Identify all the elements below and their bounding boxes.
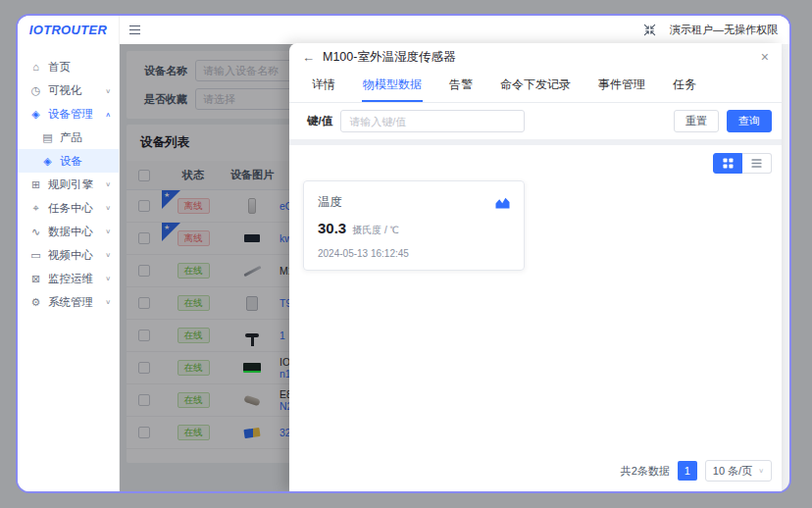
- page-size-select[interactable]: 10 条/页 ∨: [705, 460, 772, 482]
- system-management-icon: ⚙: [29, 296, 42, 309]
- product-icon: ▤: [41, 131, 54, 144]
- collapse-menu-icon[interactable]: [129, 25, 140, 35]
- pagination-total: 共2条数据: [621, 464, 670, 479]
- drawer-header: ← M100-室外温湿度传感器 ×: [289, 43, 782, 71]
- topbar: 演示租户—无操作权限: [120, 16, 789, 44]
- sidebar-item-visualization[interactable]: ◷ 可视化 ∨: [18, 78, 119, 102]
- chevron-down-icon: ∨: [105, 180, 111, 187]
- property-name: 温度: [318, 194, 342, 211]
- logo: IOTROUTER: [18, 16, 119, 45]
- tab-thing-model-data[interactable]: 物模型数据: [362, 71, 423, 102]
- sidebar-item-video-center[interactable]: ▭ 视频中心 ∨: [18, 243, 119, 267]
- query-button[interactable]: 查询: [727, 110, 772, 132]
- property-timestamp: 2024-05-13 16:12:45: [318, 248, 510, 259]
- tenant-note: 演示租户—无操作权限: [670, 23, 778, 37]
- sidebar-item-label: 监控运维: [48, 272, 93, 286]
- sidebar-item-label: 数据中心: [48, 225, 93, 239]
- monitor-ops-icon: ⊠: [29, 273, 42, 285]
- chevron-down-icon: ∨: [105, 228, 111, 234]
- drawer-title: M100-室外温湿度传感器: [323, 49, 455, 66]
- list-view-icon: [751, 158, 762, 169]
- page-number-button[interactable]: 1: [678, 461, 697, 481]
- sidebar-item-label: 视频中心: [48, 248, 93, 263]
- visualization-icon: ◷: [29, 84, 42, 97]
- device-icon: ◈: [41, 155, 54, 168]
- sidebar-item-label: 产品: [60, 130, 82, 145]
- chevron-down-icon: ∨: [105, 251, 111, 258]
- tab-command-log[interactable]: 命令下发记录: [499, 71, 572, 102]
- view-toggle-group: [713, 153, 772, 174]
- sidebar-item-label: 规则引擎: [48, 178, 93, 192]
- device-management-icon: ◈: [29, 108, 42, 121]
- key-value-search-bar: 键/值 重置 查询: [289, 103, 782, 139]
- chevron-down-icon: ∨: [105, 86, 111, 93]
- reset-button[interactable]: 重置: [674, 110, 719, 132]
- card-view-button[interactable]: [713, 153, 742, 174]
- chevron-up-icon: ∧: [105, 110, 111, 117]
- tab-task[interactable]: 任务: [672, 71, 697, 102]
- chevron-down-icon: ∨: [105, 275, 111, 281]
- key-value-label: 键/值: [307, 114, 332, 128]
- sidebar-item-system-management[interactable]: ⚙ 系统管理 ∨: [18, 290, 119, 314]
- chevron-down-icon: ∨: [105, 204, 111, 211]
- task-center-icon: ⌖: [29, 202, 42, 215]
- thing-model-content: 温度 30.3 摄氏度 / ℃ 2024-05-13 16:12:45: [289, 145, 782, 491]
- sidebar-item-label: 首页: [48, 60, 71, 75]
- chevron-down-icon: ∨: [105, 298, 111, 305]
- rule-engine-icon: ⊞: [29, 178, 42, 191]
- app-window: IOTROUTER ⌂ 首页 ◷ 可视化 ∨ ◈ 设备管理 ∧ ▤ 产品 ◈: [16, 14, 791, 493]
- device-detail-drawer: ← M100-室外温湿度传感器 × 详情 物模型数据 告警 命令下发记录 事件管…: [289, 43, 782, 491]
- property-unit: 摄氏度 / ℃: [352, 224, 399, 237]
- grid-view-icon: [723, 158, 734, 169]
- sidebar-item-label: 设备管理: [48, 107, 93, 122]
- tab-alarm[interactable]: 告警: [448, 71, 474, 102]
- page-size-value: 10 条/页: [713, 464, 752, 479]
- list-view-button[interactable]: [742, 153, 772, 174]
- back-icon[interactable]: ←: [302, 50, 315, 65]
- key-value-input[interactable]: [340, 110, 525, 132]
- drawer-tabs: 详情 物模型数据 告警 命令下发记录 事件管理 任务: [289, 71, 782, 103]
- sidebar-item-label: 可视化: [48, 83, 82, 98]
- data-center-icon: ∿: [29, 226, 42, 238]
- history-chart-icon[interactable]: [495, 197, 510, 209]
- sidebar-item-label: 设备: [60, 154, 82, 169]
- home-icon: ⌂: [29, 61, 42, 73]
- property-value: 30.3: [318, 220, 346, 236]
- sidebar-item-device-management[interactable]: ◈ 设备管理 ∧: [18, 102, 119, 126]
- property-card-temperature: 温度 30.3 摄氏度 / ℃ 2024-05-13 16:12:45: [303, 180, 525, 271]
- drawer-body: 键/值 重置 查询: [289, 103, 782, 491]
- sidebar: IOTROUTER ⌂ 首页 ◷ 可视化 ∨ ◈ 设备管理 ∧ ▤ 产品 ◈: [18, 16, 120, 491]
- exit-fullscreen-icon[interactable]: [643, 24, 656, 36]
- sidebar-item-product[interactable]: ▤ 产品: [18, 126, 119, 149]
- sidebar-item-data-center[interactable]: ∿ 数据中心 ∨: [18, 220, 119, 243]
- pagination: 共2条数据 1 10 条/页 ∨: [621, 460, 772, 482]
- sidebar-item-label: 任务中心: [48, 201, 93, 216]
- sidebar-item-task-center[interactable]: ⌖ 任务中心 ∨: [18, 196, 119, 220]
- sidebar-menu: ⌂ 首页 ◷ 可视化 ∨ ◈ 设备管理 ∧ ▤ 产品 ◈ 设备 ⊞: [18, 45, 119, 314]
- tab-details[interactable]: 详情: [311, 71, 336, 102]
- sidebar-item-device[interactable]: ◈ 设备: [18, 149, 119, 173]
- sidebar-item-monitor-ops[interactable]: ⊠ 监控运维 ∨: [18, 267, 119, 290]
- chevron-down-icon: ∨: [758, 467, 764, 474]
- close-icon[interactable]: ×: [761, 49, 769, 65]
- video-center-icon: ▭: [29, 249, 42, 262]
- tab-event-management[interactable]: 事件管理: [597, 71, 646, 102]
- scrollbar-track[interactable]: [782, 44, 789, 491]
- sidebar-item-home[interactable]: ⌂ 首页: [18, 55, 119, 78]
- sidebar-item-label: 系统管理: [48, 295, 93, 310]
- sidebar-item-rule-engine[interactable]: ⊞ 规则引擎 ∨: [18, 173, 119, 196]
